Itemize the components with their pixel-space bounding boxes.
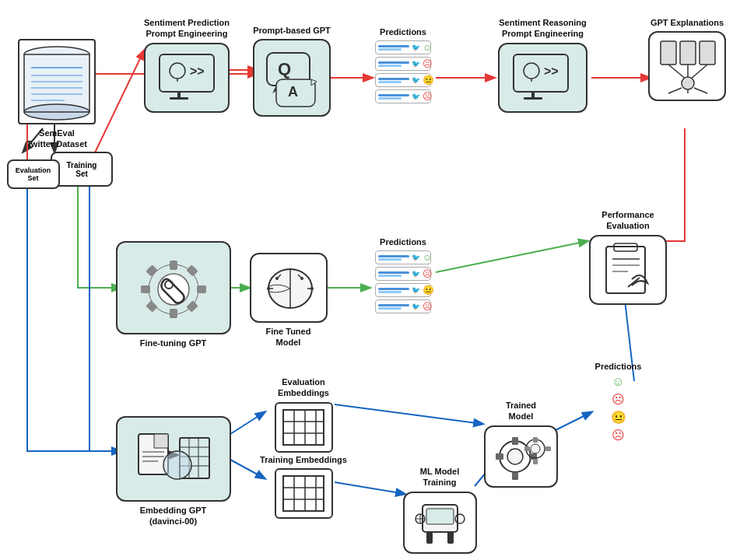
svg-text:>>: >>: [544, 65, 559, 78]
evaluation-set-node: EvaluationSet: [4, 159, 62, 189]
svg-line-54: [694, 88, 707, 93]
predictions-mid-list: 🐦 ☺ 🐦 ☹ 🐦 😐: [375, 250, 431, 313]
sentiment-pred-label-top: Sentiment PredictionPrompt Engineering: [144, 17, 230, 40]
sentiment-reasoning-icon: >>: [510, 51, 576, 105]
prompt-gpt-icon: Q A: [261, 47, 323, 109]
predictions-top-node: Predictions 🐦 ☺ 🐦 ☹: [368, 23, 438, 103]
embedding-gpt-icon: [127, 422, 220, 496]
svg-rect-121: [533, 459, 538, 464]
semeval-node: SemEvalTwitter Dataset: [14, 39, 100, 150]
predictions-bot-node: Predictions ☺ ☹ 😐 ☹: [589, 358, 647, 443]
svg-point-78: [267, 287, 270, 290]
eval-embeddings-node: Evaluation Embeddings: [257, 373, 350, 453]
predictions-top-label: Predictions: [380, 26, 426, 37]
embedding-gpt-label: Embedding GPT(davinci-00): [140, 505, 207, 527]
svg-point-119: [531, 444, 540, 453]
svg-text:A: A: [288, 84, 298, 100]
embedding-gpt-node: Embedding GPT(davinci-00): [113, 416, 233, 527]
ml-model-training-icon: [411, 497, 469, 548]
svg-point-51: [682, 77, 694, 89]
svg-rect-120: [533, 437, 538, 443]
predictions-mid-label: Predictions: [380, 236, 426, 247]
svg-line-9: [436, 241, 587, 272]
sentiment-pred-icon: >>: [156, 51, 218, 105]
gpt-explanations-icon: [654, 35, 721, 97]
svg-point-113: [507, 449, 523, 464]
trained-model-node: TrainedModel: [480, 397, 562, 488]
training-embeddings-node: Training Embeddings: [257, 451, 350, 519]
svg-rect-114: [512, 437, 518, 445]
performance-eval-icon: [597, 240, 659, 299]
svg-rect-55: [606, 247, 645, 293]
gpt-explanations-node: GPT Explanations: [644, 14, 730, 101]
sentiment-pred-prompt-node: Sentiment PredictionPrompt Engineering >…: [136, 14, 237, 113]
gpt-explanations-label: GPT Explanations: [651, 17, 724, 28]
trained-model-icon: [490, 429, 552, 484]
predictions-mid-node: Predictions 🐦 ☺ 🐦 ☹: [368, 233, 438, 313]
fine-tuned-model-node: Fine TunedModel: [247, 253, 329, 348]
svg-rect-27: [160, 54, 214, 92]
trained-model-label: TrainedModel: [506, 400, 536, 422]
svg-rect-40: [531, 92, 535, 98]
svg-rect-107: [447, 532, 454, 544]
svg-rect-65: [141, 285, 150, 293]
evaluation-set-label: EvaluationSet: [16, 166, 51, 182]
eval-embeddings-label: Evaluation Embeddings: [257, 376, 350, 399]
svg-rect-39: [514, 54, 568, 92]
predictions-bot-label: Predictions: [595, 361, 642, 372]
svg-line-50: [689, 65, 707, 80]
svg-rect-29: [170, 97, 188, 100]
prompt-based-gpt-label: Prompt-based GPT: [253, 25, 331, 36]
svg-point-76: [300, 277, 303, 280]
svg-rect-64: [170, 309, 177, 318]
svg-line-12: [335, 404, 482, 424]
svg-rect-115: [512, 472, 518, 480]
svg-line-52: [668, 88, 682, 93]
ml-model-training-node: ML ModelTraining: [397, 463, 482, 554]
ml-model-training-label: ML ModelTraining: [420, 466, 460, 488]
svg-point-74: [275, 277, 279, 280]
training-embeddings-label: Training Embeddings: [260, 454, 347, 465]
prompt-based-gpt-node: Prompt-based GPT Q A: [249, 22, 335, 117]
fine-tuning-gpt-node: Fine-tuning GPT: [113, 241, 233, 348]
svg-rect-116: [496, 453, 503, 460]
svg-rect-41: [524, 97, 542, 100]
svg-rect-46: [680, 41, 696, 65]
training-set-label: TrainingSet: [67, 161, 97, 178]
semeval-icon: [22, 40, 92, 123]
svg-text:Q: Q: [278, 59, 291, 79]
fine-tuned-model-icon: [258, 259, 320, 317]
predictions-bot-list: ☺ ☹ 😐 ☹: [611, 375, 626, 443]
sentiment-reasoning-label: Sentiment ReasoningPrompt Engineering: [499, 17, 586, 40]
performance-eval-label: PerformanceEvaluation: [601, 209, 654, 232]
svg-point-80: [310, 287, 314, 290]
eval-embeddings-icon: [279, 406, 328, 449]
svg-rect-66: [197, 285, 206, 293]
svg-rect-98: [283, 476, 324, 511]
fine-tuning-gpt-label: Fine-tuning GPT: [140, 338, 207, 348]
svg-text:>>: >>: [190, 65, 205, 78]
svg-rect-18: [24, 54, 89, 112]
training-embeddings-icon: [279, 472, 328, 515]
svg-line-60: [628, 278, 640, 287]
svg-rect-92: [283, 410, 324, 445]
svg-rect-122: [524, 446, 530, 451]
svg-point-91: [163, 451, 191, 479]
performance-eval-node: PerformanceEvaluation: [585, 206, 671, 305]
fine-tuning-icon: [127, 249, 220, 327]
predictions-top-list: 🐦 ☺ 🐦 ☹ 🐦 😐: [375, 40, 431, 103]
svg-rect-28: [177, 92, 181, 98]
svg-rect-63: [170, 261, 177, 270]
svg-rect-105: [426, 509, 454, 524]
svg-rect-123: [545, 446, 551, 451]
sentiment-reasoning-node: Sentiment ReasoningPrompt Engineering >>: [490, 14, 595, 113]
svg-point-30: [170, 63, 185, 79]
svg-rect-47: [700, 41, 715, 65]
svg-rect-106: [426, 532, 433, 544]
semeval-label: SemEvalTwitter Dataset: [26, 128, 87, 150]
svg-rect-45: [661, 41, 676, 65]
svg-point-42: [524, 63, 539, 79]
diagram: SemEvalTwitter Dataset TrainingSet Evalu…: [0, 0, 747, 560]
fine-tuned-model-label: Fine TunedModel: [266, 326, 311, 348]
